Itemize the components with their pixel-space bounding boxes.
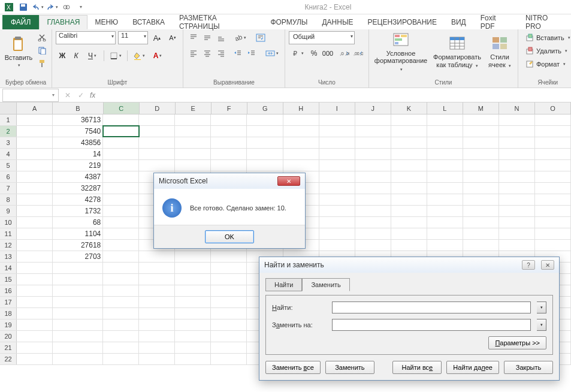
help-icon[interactable]: ? [522, 260, 535, 270]
cell[interactable] [355, 194, 391, 205]
cell[interactable] [17, 183, 53, 194]
cell[interactable] [17, 274, 53, 285]
cell[interactable] [53, 319, 103, 330]
cell[interactable] [211, 160, 247, 171]
tab-file[interactable]: ФАЙЛ [2, 15, 39, 29]
cell[interactable] [139, 114, 175, 125]
cell[interactable] [175, 297, 211, 307]
cell[interactable] [53, 263, 103, 273]
cell[interactable] [53, 342, 103, 353]
column-header[interactable]: L [427, 102, 463, 114]
row-header[interactable]: 16 [0, 285, 17, 296]
cell[interactable] [427, 240, 463, 251]
cell[interactable] [427, 149, 463, 159]
cell[interactable] [319, 217, 355, 228]
cell[interactable] [283, 149, 319, 159]
cell[interactable] [319, 183, 355, 194]
align-right-icon[interactable] [214, 47, 228, 60]
tab-formulas[interactable]: ФОРМУЛЫ [263, 16, 315, 29]
row-header[interactable]: 19 [0, 319, 17, 330]
cell[interactable] [175, 114, 211, 125]
cell[interactable] [427, 126, 463, 137]
increase-font-icon[interactable]: A▴ [150, 31, 164, 44]
format-as-table-button[interactable]: Форматировать как таблицу ▾ [431, 31, 483, 72]
cell[interactable] [17, 308, 53, 319]
wrap-text-icon[interactable] [254, 31, 267, 44]
cell[interactable] [355, 240, 391, 251]
replace-button[interactable]: Заменить [325, 361, 374, 374]
cell[interactable] [463, 114, 499, 125]
cell[interactable] [175, 354, 211, 364]
cell[interactable] [427, 160, 463, 171]
column-header[interactable]: E [176, 102, 212, 114]
cell[interactable] [535, 149, 571, 159]
row-header[interactable]: 9 [0, 206, 17, 216]
cell[interactable] [535, 160, 571, 171]
cell[interactable] [247, 137, 283, 148]
cell[interactable] [355, 137, 391, 148]
cell[interactable] [103, 251, 139, 262]
save-icon[interactable] [17, 1, 30, 13]
cell[interactable] [103, 228, 139, 239]
cell[interactable] [535, 183, 571, 194]
cell[interactable] [391, 114, 427, 125]
cell[interactable] [17, 331, 53, 342]
tab-review[interactable]: РЕЦЕНЗИРОВАНИЕ [361, 16, 444, 29]
cell[interactable] [247, 149, 283, 159]
cell[interactable] [175, 137, 211, 148]
underline-button[interactable]: Ч▾ [83, 49, 101, 62]
cell[interactable] [211, 342, 247, 353]
cell[interactable] [319, 171, 355, 182]
cell[interactable] [499, 149, 535, 159]
cell[interactable] [103, 331, 139, 342]
find-input[interactable] [332, 301, 531, 313]
cell[interactable] [103, 217, 139, 228]
cell[interactable] [535, 228, 571, 239]
cell[interactable] [175, 149, 211, 159]
excel-app-icon[interactable]: X [2, 1, 16, 13]
tab-find[interactable]: Найти [265, 278, 302, 291]
comma-style-icon[interactable]: 000 [321, 47, 334, 60]
cell[interactable] [247, 160, 283, 171]
cell[interactable] [355, 183, 391, 194]
tab-home[interactable]: ГЛАВНАЯ [39, 15, 87, 29]
cell[interactable] [139, 126, 175, 137]
cell[interactable] [319, 126, 355, 137]
cell[interactable] [391, 240, 427, 251]
cell[interactable] [391, 149, 427, 159]
cell[interactable] [103, 285, 139, 296]
cell[interactable] [499, 217, 535, 228]
cell[interactable] [53, 274, 103, 285]
cell[interactable] [499, 137, 535, 148]
cell[interactable] [53, 354, 103, 364]
cell[interactable] [103, 137, 139, 148]
cell[interactable] [139, 297, 175, 307]
column-header[interactable]: K [391, 102, 427, 114]
cell[interactable] [103, 149, 139, 159]
cell[interactable] [17, 354, 53, 364]
cell[interactable] [103, 319, 139, 330]
cell[interactable] [463, 206, 499, 216]
cell[interactable] [463, 160, 499, 171]
cell[interactable]: 68 [53, 217, 103, 228]
cell[interactable] [17, 149, 53, 159]
border-button[interactable]: ▾ [107, 49, 125, 62]
cell[interactable] [139, 354, 175, 364]
cell[interactable]: 219 [53, 160, 103, 171]
row-header[interactable]: 20 [0, 331, 17, 342]
cell[interactable] [17, 342, 53, 353]
delete-cells-button[interactable]: Удалить▾ [522, 44, 571, 57]
cell[interactable] [17, 263, 53, 273]
cell[interactable] [53, 308, 103, 319]
cell[interactable] [211, 149, 247, 159]
format-cells-button[interactable]: Формат▾ [522, 58, 571, 70]
increase-indent-icon[interactable] [245, 47, 258, 60]
cell[interactable] [139, 308, 175, 319]
cell[interactable]: 43856 [53, 137, 103, 148]
cell[interactable] [355, 149, 391, 159]
cell[interactable] [427, 194, 463, 205]
row-header[interactable]: 17 [0, 297, 17, 307]
tab-data[interactable]: ДАННЫЕ [315, 16, 360, 29]
cell[interactable] [463, 137, 499, 148]
cell[interactable]: 14 [53, 149, 103, 159]
